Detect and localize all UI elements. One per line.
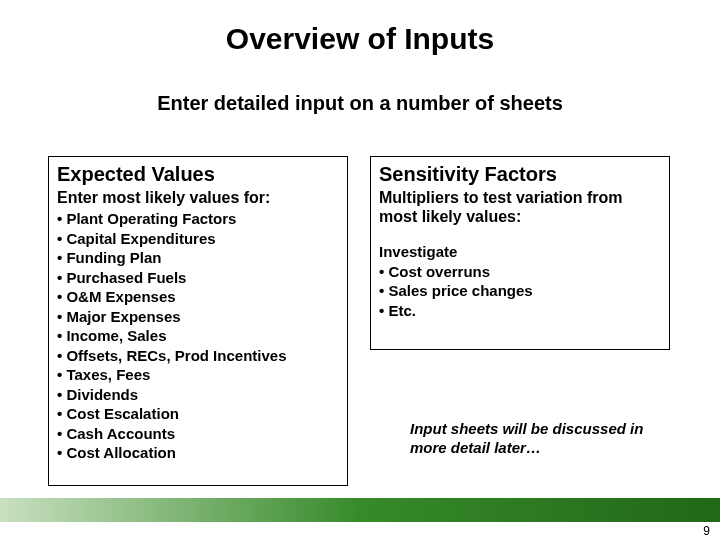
slide-title: Overview of Inputs — [0, 22, 720, 56]
sensitivity-sub: Multipliers to test variation from most … — [379, 188, 661, 226]
list-item: • Major Expenses — [57, 307, 339, 327]
list-item: • Purchased Fuels — [57, 268, 339, 288]
footer-note: Input sheets will be discussed in more d… — [410, 420, 680, 458]
list-item: • Funding Plan — [57, 248, 339, 268]
page-number: 9 — [703, 524, 710, 538]
list-item: • O&M Expenses — [57, 287, 339, 307]
investigate-label: Investigate — [379, 242, 661, 262]
list-item: • Plant Operating Factors — [57, 209, 339, 229]
list-item-label: Plant Operating Factors — [66, 210, 236, 227]
list-item-label: Cost overruns — [388, 263, 490, 280]
list-item-label: Taxes, Fees — [66, 366, 150, 383]
list-item-label: Capital Expenditures — [66, 230, 215, 247]
list-item-label: Dividends — [66, 386, 138, 403]
list-item-label: O&M Expenses — [66, 288, 175, 305]
list-item: • Offsets, RECs, Prod Incentives — [57, 346, 339, 366]
sensitivity-heading: Sensitivity Factors — [379, 163, 661, 186]
list-item-label: Cost Allocation — [66, 444, 175, 461]
list-item-label: Purchased Fuels — [66, 269, 186, 286]
list-item-label: Cost Escalation — [66, 405, 179, 422]
list-item: • Cash Accounts — [57, 424, 339, 444]
list-item: • Sales price changes — [379, 281, 661, 301]
sensitivity-factors-box: Sensitivity Factors Multipliers to test … — [370, 156, 670, 350]
investigate-block: Investigate • Cost overruns • Sales pric… — [379, 242, 661, 320]
slide: Overview of Inputs Enter detailed input … — [0, 0, 720, 540]
list-item-label: Offsets, RECs, Prod Incentives — [66, 347, 286, 364]
footer-gradient-bar — [0, 498, 720, 522]
list-item: • Dividends — [57, 385, 339, 405]
slide-subtitle: Enter detailed input on a number of shee… — [0, 92, 720, 115]
list-item-label: Sales price changes — [388, 282, 532, 299]
expected-values-box: Expected Values Enter most likely values… — [48, 156, 348, 486]
list-item: • Cost overruns — [379, 262, 661, 282]
expected-values-sub: Enter most likely values for: — [57, 188, 339, 207]
list-item-label: Income, Sales — [66, 327, 166, 344]
list-item-label: Funding Plan — [66, 249, 161, 266]
list-item: • Cost Escalation — [57, 404, 339, 424]
expected-values-heading: Expected Values — [57, 163, 339, 186]
list-item-label: Major Expenses — [66, 308, 180, 325]
list-item-label: Cash Accounts — [66, 425, 175, 442]
list-item: • Taxes, Fees — [57, 365, 339, 385]
list-item-label: Etc. — [388, 302, 416, 319]
list-item: • Capital Expenditures — [57, 229, 339, 249]
list-item: • Cost Allocation — [57, 443, 339, 463]
list-item: • Income, Sales — [57, 326, 339, 346]
list-item: • Etc. — [379, 301, 661, 321]
